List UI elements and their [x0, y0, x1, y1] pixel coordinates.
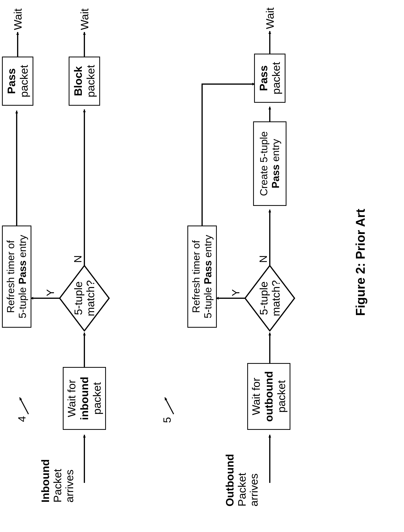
outbound-arrives-label: Outbound Packet arrives: [224, 448, 260, 506]
wait-terminal-block-in: Wait: [78, 8, 91, 30]
decision-in-l1: 5-tuple: [72, 281, 84, 315]
arrow-pass-to-wait-out: [264, 26, 276, 54]
rotated-page: Inbound Packet arrives Wait for inbound …: [0, 128, 404, 532]
refresh-in-l1: Refresh timer of: [5, 240, 17, 313]
refresh-out-l2a: 5-tuple: [202, 284, 214, 318]
ref-5-arrow-icon: [163, 393, 177, 416]
wait-out-l3: packet: [275, 380, 288, 413]
refresh-box-inbound: Refresh timer of 5-tuple Pass entry: [2, 226, 32, 328]
wait-out-l1: Wait for: [250, 378, 262, 415]
arrow-pass-to-wait-in: [12, 27, 24, 57]
svg-line-16: [165, 397, 174, 414]
refresh-out-l1: Refresh timer of: [190, 240, 202, 313]
inbound-arrives-l3: arrives: [63, 451, 76, 503]
wait-inbound-l1: Wait for: [65, 380, 78, 417]
wait-inbound-l3: packet: [91, 382, 103, 415]
outbound-arrives-l3: arrives: [248, 448, 260, 506]
create-entry-box: Create 5-tuple Pass entry: [253, 121, 286, 206]
pass-out-bold: Pass: [257, 65, 270, 91]
pass-box-inbound: Pass packet: [2, 57, 33, 106]
arrow-diamond-to-create: [264, 205, 276, 266]
block-box-inbound: Block packet: [69, 57, 100, 106]
pass-in-bold: Pass: [5, 68, 18, 94]
arrow-block-to-wait-in: [78, 27, 90, 57]
inbound-arrives-label: Inbound Packet arrives: [39, 451, 76, 503]
refresh-in-l2a: 5-tuple: [17, 284, 28, 318]
create-l2b: entry: [270, 139, 281, 164]
refresh-in-l2b: entry: [17, 235, 28, 260]
block-in-l2: packet: [84, 65, 97, 97]
refresh-out-l2b: entry: [202, 235, 214, 260]
outbound-arrives-l2: Packet: [236, 448, 248, 506]
create-bold: Pass: [270, 164, 281, 188]
arrow-into-wait-inbound: [78, 430, 90, 483]
ref-4-arrow-icon: [18, 393, 32, 416]
outbound-arrives-l1: Outbound: [224, 448, 236, 506]
arrow-diamond-to-block: [78, 104, 90, 266]
block-in-bold: Block: [72, 66, 84, 96]
pass-out-l2: packet: [270, 62, 282, 95]
wait-inbound-l2: inbound: [78, 377, 91, 420]
refresh-in-l2: 5-tuple Pass entry: [17, 235, 28, 318]
figure-caption: Figure 2: Prior Art: [353, 209, 368, 316]
arrow-create-to-pass-out: [264, 102, 276, 121]
create-l2: Pass entry: [270, 139, 282, 188]
refresh-box-outbound: Refresh timer of 5-tuple Pass entry: [187, 226, 217, 328]
pass-in-l2: packet: [18, 65, 30, 97]
create-l1: Create 5-tuple: [258, 131, 270, 196]
pass-box-outbound: Pass packet: [254, 54, 285, 103]
ref-4-label: 4: [16, 416, 28, 422]
decision-inbound: 5-tuple match?: [59, 265, 110, 332]
arrow-into-wait-outbound: [264, 430, 276, 483]
refresh-in-l2bold: Pass: [17, 260, 28, 284]
arrow-refresh-to-pass-out: [196, 76, 263, 226]
canvas: Inbound Packet arrives Wait for inbound …: [0, 0, 404, 532]
inbound-arrives-l2: Packet: [51, 451, 63, 503]
ref-5-label: 5: [161, 417, 173, 423]
arrow-wait-to-diamond-in: [78, 328, 90, 367]
wait-terminal-out: Wait: [264, 7, 276, 29]
decision-out-l1: 5-tuple: [258, 281, 270, 315]
svg-line-8: [20, 397, 28, 414]
wait-outbound-box: Wait for outbound packet: [247, 363, 290, 430]
refresh-out-l2: 5-tuple Pass entry: [202, 235, 214, 318]
decision-in-l2: match?: [84, 280, 96, 316]
arrow-wait-to-diamond-out: [264, 328, 276, 363]
arrow-refresh-to-pass-in: [11, 106, 23, 226]
wait-inbound-box: Wait for inbound packet: [63, 367, 106, 430]
wait-terminal-pass-in: Wait: [12, 8, 24, 30]
decision-outbound: 5-tuple match?: [244, 265, 295, 332]
wait-out-l2: outbound: [263, 371, 275, 422]
decision-out-l2: match?: [270, 280, 282, 316]
inbound-arrives-l1: Inbound: [39, 451, 51, 503]
refresh-out-l2bold: Pass: [202, 260, 214, 284]
